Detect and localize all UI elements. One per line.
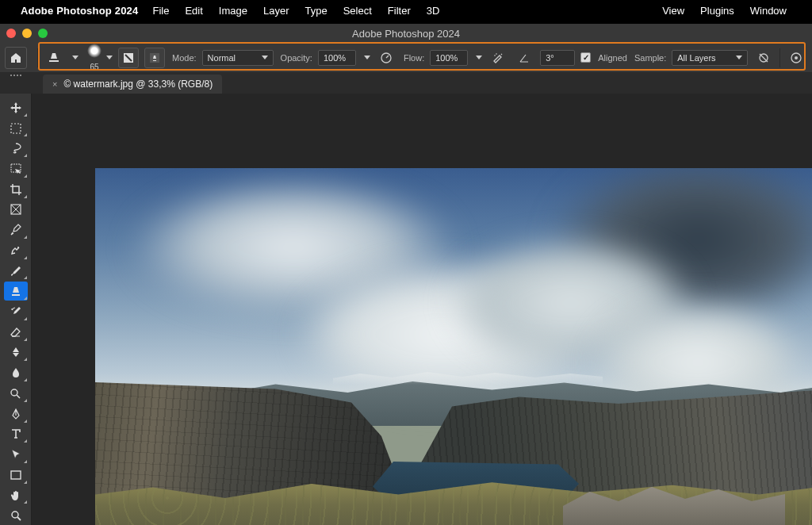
tool-preset-dropdown[interactable] — [72, 56, 79, 59]
zoom-tool[interactable] — [4, 506, 28, 525]
type-tool[interactable] — [4, 425, 28, 444]
ignore-adjustment-icon[interactable] — [753, 48, 774, 68]
brush-size-label: 65 — [90, 63, 98, 71]
tools-panel — [0, 94, 32, 525]
menu-view[interactable]: View — [662, 5, 684, 17]
document-tab-strip: × © watermark.jpg @ 33,3% (RGB/8) — [0, 73, 812, 94]
flow-dropdown[interactable] — [476, 56, 482, 59]
svg-point-3 — [494, 55, 496, 56]
svg-point-11 — [17, 247, 19, 248]
svg-rect-13 — [11, 471, 21, 479]
pen-tool[interactable] — [4, 404, 28, 423]
options-bar: 65 Mode: Normal Opacity: 100% Flow: 100% — [0, 43, 812, 73]
size-pressure-icon[interactable] — [786, 48, 806, 68]
svg-rect-8 — [11, 124, 21, 133]
clone-stamp-tool[interactable] — [4, 282, 28, 301]
airbrush-icon[interactable] — [488, 48, 508, 68]
angle-icon — [514, 48, 534, 68]
move-tool[interactable] — [4, 98, 28, 117]
document-tab-label: © watermark.jpg @ 33,3% (RGB/8) — [63, 79, 213, 90]
mac-menubar: Adobe Photoshop 2024 FileEditImageLayerT… — [0, 0, 812, 21]
dodge-tool[interactable] — [4, 384, 28, 403]
eyedropper-tool[interactable] — [4, 220, 28, 240]
menu-type[interactable]: Type — [305, 5, 327, 17]
menu-filter[interactable]: Filter — [388, 5, 411, 17]
tool-preset-icon[interactable] — [44, 48, 64, 68]
menu-file[interactable]: File — [152, 5, 169, 17]
clone-source-button[interactable] — [144, 48, 165, 68]
opacity-label: Opacity: — [281, 53, 312, 63]
home-button[interactable] — [5, 47, 27, 69]
opacity-pressure-icon[interactable] — [376, 48, 396, 68]
menu-select[interactable]: Select — [343, 5, 372, 17]
path-selection-tool[interactable] — [4, 445, 28, 464]
svg-point-14 — [12, 512, 18, 518]
menu-edit[interactable]: Edit — [185, 5, 202, 17]
mode-select[interactable]: Normal — [202, 50, 274, 66]
object-selection-tool[interactable] — [4, 159, 28, 178]
aligned-checkbox[interactable]: ✓ — [580, 52, 591, 63]
sample-select[interactable]: All Layers — [672, 50, 748, 66]
menu-plugins[interactable]: Plugins — [700, 5, 734, 17]
menu-3d[interactable]: 3D — [427, 5, 440, 17]
blur-tool[interactable] — [4, 363, 28, 382]
document-tab[interactable]: × © watermark.jpg @ 33,3% (RGB/8) — [43, 75, 222, 94]
brush-preset-picker[interactable]: 65 — [87, 44, 113, 71]
eraser-tool[interactable] — [4, 323, 28, 342]
svg-point-4 — [496, 53, 497, 55]
app-name: Adobe Photoshop 2024 — [21, 5, 138, 17]
aligned-label: Aligned — [598, 53, 627, 63]
brush-tool[interactable] — [4, 262, 28, 281]
menu-layer[interactable]: Layer — [263, 5, 289, 17]
flow-input[interactable]: 100% — [430, 50, 468, 66]
svg-point-7 — [795, 56, 798, 59]
mode-label: Mode: — [172, 53, 197, 63]
lasso-tool[interactable] — [4, 139, 28, 158]
gradient-tool[interactable] — [4, 343, 28, 362]
document-image — [95, 168, 812, 525]
marquee-tool[interactable] — [4, 119, 28, 138]
crop-tool[interactable] — [4, 180, 28, 199]
flow-label: Flow: — [404, 53, 424, 63]
opacity-input[interactable]: 100% — [318, 50, 356, 66]
window-title: Adobe Photoshop 2024 — [0, 28, 812, 40]
panel-grip-icon[interactable] — [0, 73, 32, 81]
menu-window[interactable]: Window — [750, 5, 787, 17]
rectangle-tool[interactable] — [4, 466, 28, 485]
app-window: Adobe Photoshop 2024 65 — [0, 24, 812, 525]
history-brush-tool[interactable] — [4, 302, 28, 321]
sample-label: Sample: — [634, 53, 666, 63]
close-tab-icon[interactable]: × — [52, 79, 57, 89]
window-titlebar: Adobe Photoshop 2024 — [0, 24, 812, 43]
brush-settings-button[interactable] — [118, 48, 139, 68]
angle-input[interactable]: 3° — [540, 50, 575, 66]
healing-brush-tool[interactable] — [4, 241, 28, 260]
svg-point-12 — [11, 389, 17, 396]
menu-image[interactable]: Image — [219, 5, 247, 17]
canvas-area[interactable] — [32, 94, 812, 525]
frame-tool[interactable] — [4, 201, 28, 220]
opacity-dropdown[interactable] — [364, 56, 370, 59]
hand-tool[interactable] — [4, 486, 28, 505]
